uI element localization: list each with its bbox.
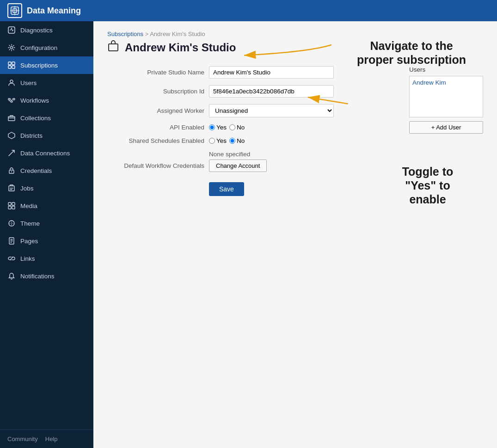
page-header: Andrew Kim's Studio (107, 40, 483, 55)
api-enabled-yes-radio[interactable] (209, 124, 215, 130)
sidebar-item-media[interactable]: Media (0, 197, 93, 215)
svg-rect-7 (12, 62, 15, 65)
api-enabled-yes-label[interactable]: Yes (209, 124, 227, 131)
change-account-button[interactable]: Change Account (209, 160, 267, 172)
sidebar-item-subscriptions[interactable]: Subscriptions (0, 56, 93, 74)
diagnostics-icon (7, 26, 16, 34)
community-link[interactable]: Community (7, 436, 38, 442)
svg-rect-9 (12, 66, 15, 68)
user-andrew-kim[interactable]: Andrew Kim (412, 79, 480, 86)
svg-rect-6 (8, 62, 11, 65)
svg-rect-21 (8, 206, 11, 209)
svg-rect-14 (8, 117, 15, 121)
form-row-studio-name: Private Studio Name (107, 66, 391, 79)
assigned-worker-label: Assigned Worker (107, 107, 209, 114)
sidebar-item-label: Media (20, 203, 37, 209)
sidebar-footer: Community Help (0, 430, 93, 448)
help-link[interactable]: Help (45, 436, 58, 442)
users-box: Andrew Kim (409, 76, 483, 117)
api-enabled-label: API Enabled (107, 124, 209, 131)
svg-rect-8 (8, 66, 11, 68)
sidebar-item-jobs[interactable]: Jobs (0, 179, 93, 197)
sidebar-item-label: Theme (20, 220, 40, 227)
studio-name-label: Private Studio Name (107, 69, 209, 76)
sidebar-item-label: Configuration (20, 44, 57, 51)
shared-schedules-yes-radio[interactable] (209, 138, 215, 144)
api-enabled-no-text: No (237, 124, 245, 131)
sidebar-item-label: Jobs (20, 185, 34, 192)
main-layout: Diagnostics Configuration Subscriptions … (0, 21, 497, 448)
sidebar-item-collections[interactable]: Collections (0, 109, 93, 127)
sidebar-item-label: Districts (20, 132, 43, 139)
subscription-id-label: Subscription Id (107, 88, 209, 95)
form-and-users: Private Studio Name Subscription Id Assi… (107, 66, 483, 196)
users-panel-label: Users (409, 66, 483, 73)
sidebar-item-label: Links (20, 255, 35, 262)
sidebar-item-theme[interactable]: Theme (0, 215, 93, 232)
shared-schedules-no-label[interactable]: No (229, 137, 245, 144)
sidebar-item-users[interactable]: Users (0, 74, 93, 92)
svg-point-10 (10, 80, 13, 83)
credentials-icon (7, 166, 16, 175)
workflows-icon (7, 96, 16, 104)
sidebar-item-districts[interactable]: Districts (0, 127, 93, 144)
breadcrumb-separator: > (145, 31, 150, 37)
sidebar-item-credentials[interactable]: Credentials (0, 162, 93, 179)
form-row-api-enabled: API Enabled Yes No (107, 124, 391, 131)
shared-schedules-no-text: No (237, 137, 245, 144)
subscription-id-input[interactable] (209, 85, 334, 98)
breadcrumb-parent[interactable]: Subscriptions (107, 31, 143, 37)
api-enabled-no-label[interactable]: No (229, 124, 245, 131)
pages-icon (7, 237, 16, 245)
shared-schedules-no-radio[interactable] (229, 138, 235, 144)
svg-rect-19 (8, 203, 11, 205)
shared-schedules-radio-group: Yes No (209, 137, 245, 144)
sidebar-item-label: Credentials (20, 167, 52, 174)
save-row: Save (107, 178, 391, 196)
sidebar-item-label: Workflows (20, 97, 49, 104)
content-wrapper: Subscriptions > Andrew Kim's Studio Andr… (107, 31, 483, 196)
sidebar-item-label: Collections (20, 115, 51, 122)
none-specified-text: None specified (209, 151, 391, 158)
configuration-icon (7, 43, 16, 52)
sidebar-item-links[interactable]: Links (0, 250, 93, 267)
form-row-credentials: Default Workflow Credentials Change Acco… (107, 160, 391, 172)
logo: Data Meaning (7, 3, 81, 18)
page-header-icon (107, 40, 119, 55)
assigned-worker-select[interactable]: Unassigned (209, 104, 334, 117)
sidebar: Diagnostics Configuration Subscriptions … (0, 21, 93, 448)
shared-schedules-label: Shared Schedules Enabled (107, 137, 209, 144)
save-button[interactable]: Save (209, 182, 244, 196)
api-enabled-no-radio[interactable] (229, 124, 235, 130)
shared-schedules-yes-text: Yes (216, 137, 227, 144)
users-icon (7, 79, 16, 87)
credentials-label: Default Workflow Credentials (107, 162, 209, 169)
sidebar-item-data-connections[interactable]: Data Connections (0, 144, 93, 162)
sidebar-item-workflows[interactable]: Workflows (0, 92, 93, 109)
sidebar-item-diagnostics[interactable]: Diagnostics (0, 21, 93, 39)
sidebar-item-label: Data Connections (20, 150, 70, 157)
topbar: Data Meaning (0, 0, 497, 21)
sidebar-item-notifications[interactable]: Notifications (0, 267, 93, 285)
form-row-shared-schedules: Shared Schedules Enabled Yes No (107, 137, 391, 144)
svg-point-5 (11, 47, 13, 49)
add-user-button[interactable]: + Add User (409, 121, 483, 134)
svg-rect-22 (12, 206, 15, 209)
sidebar-item-label: Subscriptions (20, 62, 58, 69)
svg-point-17 (11, 172, 12, 172)
sidebar-item-label: Users (20, 80, 37, 86)
sidebar-item-configuration[interactable]: Configuration (0, 39, 93, 56)
notifications-icon (7, 272, 16, 280)
sidebar-item-label: Diagnostics (20, 27, 53, 34)
svg-rect-25 (109, 44, 118, 51)
sidebar-item-pages[interactable]: Pages (0, 232, 93, 250)
breadcrumb-current: Andrew Kim's Studio (150, 31, 205, 37)
theme-icon (7, 219, 16, 227)
sidebar-item-label: Notifications (20, 273, 55, 280)
districts-icon (7, 131, 16, 140)
shared-schedules-yes-label[interactable]: Yes (209, 137, 227, 144)
subscriptions-icon (7, 61, 16, 69)
studio-name-input[interactable] (209, 66, 334, 79)
page-title: Andrew Kim's Studio (125, 41, 236, 54)
form-section: Private Studio Name Subscription Id Assi… (107, 66, 391, 196)
